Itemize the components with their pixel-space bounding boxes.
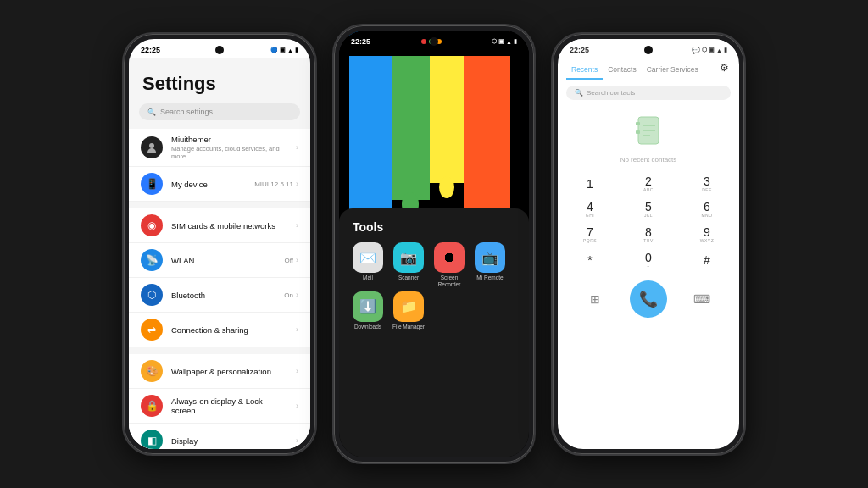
dial-num-star: * [587,254,592,266]
miuithemer-icon [141,136,163,158]
phone-dialer-screen: 22:25 💬 ⬡ ▣ ▲ ▮ ⚙ Recents Contacts Carri… [558,39,739,449]
dial-letters-3: DEF [702,187,712,192]
wallpaper-title: Wallpaper & personalization [171,367,287,376]
dial-row-4: * 0 + # [571,248,726,272]
app-scanner[interactable]: 📷 Scanner [390,242,427,288]
dialpad: 1 2 ABC 3 DEF 4 GHI [558,169,739,275]
contact-book-icon [632,114,665,152]
dial-key-9[interactable]: 9 WXYZ [688,223,726,247]
dial-key-3[interactable]: 3 DEF [688,172,726,196]
chevron-icon: › [296,291,298,299]
dial-key-4[interactable]: 4 GHI [571,197,609,221]
dial-letters-5: JKL [644,213,653,218]
scanner-icon: 📷 [393,242,424,273]
settings-item-mydevice[interactable]: 📱 My device MIUI 12.5.11 › [129,167,310,202]
tab-recents[interactable]: Recents [566,61,603,80]
wifi-icon3: ▲ [716,47,722,53]
phone-settings-screen: 22:25 🔵 ▣ ▲ ▮ Settings 🔍 Search settings [129,39,310,449]
dial-key-6[interactable]: 6 MNO [688,197,726,221]
battery-icon2: ▮ [514,38,517,45]
dial-num-hash: # [704,254,710,266]
signal-icon2: ▣ [498,38,504,45]
phone-settings: 22:25 🔵 ▣ ▲ ▮ Settings 🔍 Search settings [122,32,317,456]
settings-search-bar[interactable]: 🔍 Search settings [139,103,300,120]
no-contacts-text: No recent contacts [620,156,677,164]
app-downloads[interactable]: ⬇️ Downloads [349,291,387,330]
dial-letters-2: ABC [643,187,654,192]
tab-contacts[interactable]: Contacts [603,61,642,80]
app-screen-recorder[interactable]: ⏺ Screen Recorder [431,242,468,288]
dial-letters-6: MNO [701,213,712,218]
dial-num-4: 4 [587,201,593,213]
battery-icon: ▮ [295,47,298,53]
dial-apps-btn[interactable]: ⊞ [581,286,609,313]
mi-remote-icon: 📺 [475,242,505,273]
phone-call-icon: 📞 [639,290,658,308]
dial-keyboard-btn[interactable]: ⌨ [688,286,715,313]
chevron-icon: › [296,436,298,445]
dial-key-hash[interactable]: # [688,248,726,272]
divider2 [129,347,310,354]
dial-num-7: 7 [587,226,593,238]
apps-grid: ✉️ Mail 📷 Scanner ⏺ Screen Recorder 📺 Mi… [346,242,522,330]
search-icon-dialer: 🔍 [575,89,583,97]
bluetooth-text: Bluetooth [171,291,275,300]
dial-letters-0: + [647,263,649,269]
alwayson-title: Always-on display & Lock screen [171,396,287,415]
dial-key-1[interactable]: 1 [571,172,609,196]
mydevice-right: MIUI 12.5.11 › [254,180,298,188]
file-manager-icon: 📁 [393,291,424,322]
downloads-icon: ⬇️ [353,291,383,322]
mail-icon: ✉️ [353,242,383,273]
dial-num-8: 8 [645,226,652,238]
mi-remote-label: Mi Remote [476,274,503,281]
dial-row-1: 1 2 ABC 3 DEF [571,172,726,196]
signal-icon: ▣ [280,47,286,53]
settings-gear-btn[interactable]: ⚙ [720,59,729,75]
settings-item-display[interactable]: ◧ Display › [129,424,310,449]
settings-item-wlan[interactable]: 📡 WLAN Off › [129,243,310,278]
app-mail[interactable]: ✉️ Mail [349,242,387,288]
tab-carrier-services[interactable]: Carrier Services [642,61,704,80]
settings-item-connection[interactable]: ⇌ Connection & sharing › [129,313,310,347]
app-mi-remote[interactable]: 📺 Mi Remote [471,242,509,288]
wallpaper-icon: 🎨 [141,360,163,382]
dial-letters-7: PQRS [583,238,597,243]
settings-item-simcards[interactable]: ◉ SIM cards & mobile networks › [129,208,310,243]
dial-key-2[interactable]: 2 ABC [630,172,667,196]
alwayson-text: Always-on display & Lock screen [171,396,287,415]
dial-key-0[interactable]: 0 + [630,248,667,272]
scanner-label: Scanner [398,274,419,281]
dial-key-8[interactable]: 8 TUV [630,223,667,247]
dial-key-star[interactable]: * [571,248,609,272]
dot-red [421,39,426,44]
settings-item-bluetooth[interactable]: ⬡ Bluetooth On › [129,278,310,313]
app-file-manager[interactable]: 📁 File Manager [390,291,427,330]
dial-num-5: 5 [645,201,652,213]
status-icons: 🔵 ▣ ▲ ▮ [270,47,298,53]
miuithemer-text: Miuithemer Manage accounts, cloud servic… [171,135,287,160]
svg-rect-14 [636,122,640,125]
dial-num-9: 9 [704,226,710,238]
settings-item-alwayson[interactable]: 🔒 Always-on display & Lock screen › [129,389,310,424]
screen-recorder-label: Screen Recorder [431,274,468,288]
wlan-right: Off › [284,256,298,264]
wallpaper-right: › [296,367,298,375]
dial-num-6: 6 [704,201,710,213]
dial-key-5[interactable]: 5 JKL [630,197,667,221]
mail-label: Mail [363,274,373,281]
settings-item-miuithemer[interactable]: Miuithemer Manage accounts, cloud servic… [129,129,310,167]
dialer-search-bar[interactable]: 🔍 Search contacts [566,86,731,100]
chevron-icon: › [296,367,298,375]
wlan-status: Off [284,257,293,264]
chevron-icon: › [296,143,298,152]
apps-grid-icon: ⊞ [590,292,600,306]
chevron-icon: › [296,325,298,334]
chevron-icon: › [296,402,298,410]
downloads-label: Downloads [354,324,381,330]
dial-key-7[interactable]: 7 PQRS [571,223,609,247]
wifi-icon: ▲ [287,47,293,53]
settings-item-wallpaper[interactable]: 🎨 Wallpaper & personalization › [129,354,310,389]
wlan-title: WLAN [171,256,275,265]
dial-call-btn[interactable]: 📞 [630,280,667,318]
